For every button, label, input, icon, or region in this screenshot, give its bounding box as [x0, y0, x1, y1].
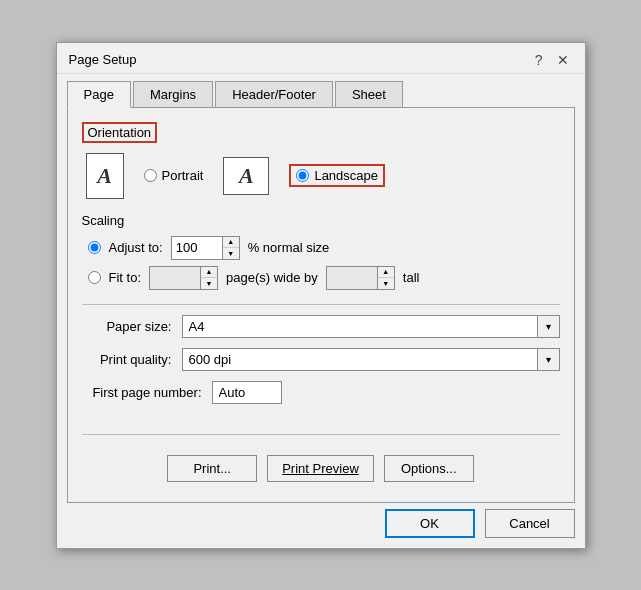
fit-to-label[interactable]: Fit to: [109, 270, 142, 285]
tab-margins[interactable]: Margins [133, 81, 213, 108]
first-page-input[interactable] [212, 381, 282, 404]
print-quality-label: Print quality: [82, 352, 172, 367]
adjust-spinner: ▲ ▼ [171, 236, 240, 260]
fit-tall-spinner: ▲ ▼ [326, 266, 395, 290]
adjust-up-btn[interactable]: ▲ [223, 237, 239, 248]
paper-size-arrow-icon[interactable]: ▾ [537, 316, 559, 337]
tab-page[interactable]: Page [67, 81, 131, 108]
adjust-to-radio[interactable] [88, 241, 101, 254]
print-quality-row: Print quality: 600 dpi ▾ [82, 348, 560, 371]
fit-tall-up-btn[interactable]: ▲ [378, 267, 394, 278]
divider-2 [82, 434, 560, 435]
tab-header-footer[interactable]: Header/Footer [215, 81, 333, 108]
print-quality-arrow-icon[interactable]: ▾ [537, 349, 559, 370]
fit-wide-input[interactable] [149, 266, 201, 290]
action-button-row: Print... Print Preview Options... [82, 445, 560, 488]
scaling-title: Scaling [82, 213, 560, 228]
landscape-radio[interactable] [296, 169, 309, 182]
fit-wide-down-btn[interactable]: ▼ [201, 278, 217, 289]
fit-wide-spinner: ▲ ▼ [149, 266, 218, 290]
adjust-value-input[interactable] [171, 236, 223, 260]
dialog-title: Page Setup [69, 52, 137, 67]
tab-bar: Page Margins Header/Footer Sheet [57, 74, 585, 107]
title-buttons: ? ✕ [531, 51, 573, 69]
help-button[interactable]: ? [531, 51, 547, 69]
adjust-to-row: Adjust to: ▲ ▼ % normal size [82, 236, 560, 260]
title-bar: Page Setup ? ✕ [57, 43, 585, 74]
paper-size-dropdown[interactable]: A4 ▾ [182, 315, 560, 338]
cancel-button[interactable]: Cancel [485, 509, 575, 538]
fit-to-radio[interactable] [88, 271, 101, 284]
print-quality-dropdown[interactable]: 600 dpi ▾ [182, 348, 560, 371]
fit-tall-arrows: ▲ ▼ [378, 266, 395, 290]
print-quality-value: 600 dpi [183, 350, 537, 369]
fit-wide-arrows: ▲ ▼ [201, 266, 218, 290]
paper-size-label: Paper size: [82, 319, 172, 334]
close-button[interactable]: ✕ [553, 51, 573, 69]
adjust-to-label[interactable]: Adjust to: [109, 240, 163, 255]
landscape-icon: A [223, 157, 269, 195]
fit-tall-down-btn[interactable]: ▼ [378, 278, 394, 289]
orientation-label: Orientation [82, 122, 158, 143]
landscape-radio-label[interactable]: Landscape [314, 168, 378, 183]
portrait-icon: A [86, 153, 124, 199]
print-preview-label: Print Preview [282, 461, 359, 476]
ok-button[interactable]: OK [385, 509, 475, 538]
first-page-label: First page number: [82, 385, 202, 400]
fit-wide-up-btn[interactable]: ▲ [201, 267, 217, 278]
portrait-radio[interactable] [144, 169, 157, 182]
scaling-section: Scaling Adjust to: ▲ ▼ % normal size Fit… [82, 213, 560, 290]
adjust-suffix: % normal size [248, 240, 330, 255]
divider-1 [82, 304, 560, 305]
fit-wide-suffix: page(s) wide by [226, 270, 318, 285]
ok-cancel-row: OK Cancel [57, 503, 585, 548]
page-setup-dialog: Page Setup ? ✕ Page Margins Header/Foote… [56, 42, 586, 549]
fit-tall-suffix: tall [403, 270, 420, 285]
paper-size-row: Paper size: A4 ▾ [82, 315, 560, 338]
landscape-radio-group: Landscape [289, 164, 385, 187]
tab-content-page: Orientation A Portrait A Landscape Scali… [67, 107, 575, 503]
print-preview-button[interactable]: Print Preview [267, 455, 374, 482]
first-page-row: First page number: [82, 381, 560, 404]
options-button[interactable]: Options... [384, 455, 474, 482]
adjust-down-btn[interactable]: ▼ [223, 248, 239, 259]
portrait-radio-label[interactable]: Portrait [162, 168, 204, 183]
adjust-arrows: ▲ ▼ [223, 236, 240, 260]
paper-size-value: A4 [183, 317, 537, 336]
portrait-radio-group: Portrait [144, 168, 204, 183]
fit-tall-input[interactable] [326, 266, 378, 290]
tab-sheet[interactable]: Sheet [335, 81, 403, 108]
orientation-section: Orientation A Portrait A Landscape [82, 122, 560, 199]
fit-to-row: Fit to: ▲ ▼ page(s) wide by ▲ ▼ ta [82, 266, 560, 290]
print-button[interactable]: Print... [167, 455, 257, 482]
orientation-row: A Portrait A Landscape [82, 153, 560, 199]
